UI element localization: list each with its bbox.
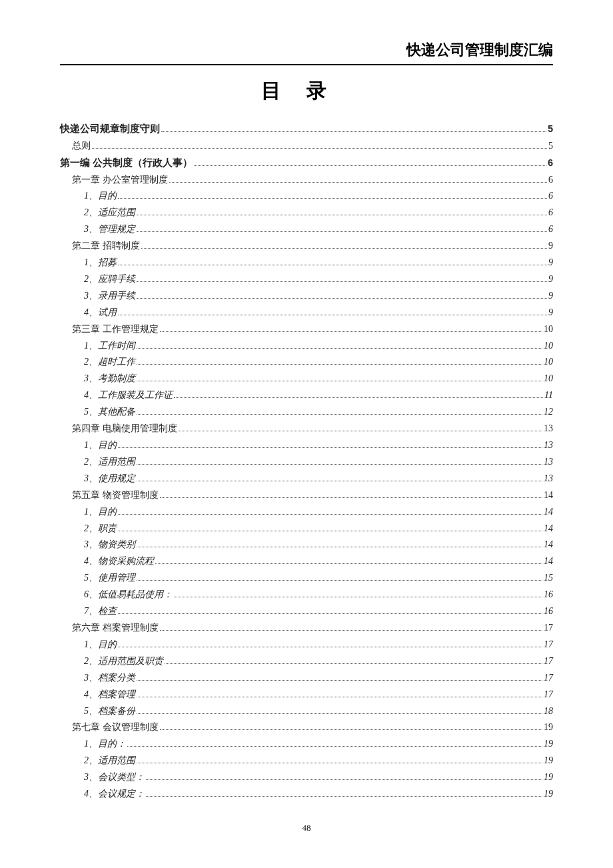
- toc-entry: 第三章 工作管理规定10: [60, 321, 553, 338]
- toc-leader-dots: [146, 796, 542, 797]
- toc-entry-title: 5、使用管理: [84, 570, 135, 587]
- toc-entry-page: 17: [544, 687, 553, 703]
- toc-entry: 2、适用范围及职责17: [60, 653, 553, 670]
- toc-leader-dots: [137, 348, 542, 349]
- toc-entry-page: 6: [548, 155, 553, 172]
- toc-entry-title: 1、目的: [84, 437, 117, 454]
- toc-entry: 2、适用范围13: [60, 454, 553, 471]
- toc-leader-dots: [179, 431, 543, 431]
- toc-leader-dots: [137, 215, 547, 215]
- toc-entry: 1、目的：19: [60, 736, 553, 753]
- toc-entry-title: 第一章 办公室管理制度: [72, 172, 168, 189]
- toc-leader-dots: [161, 131, 546, 132]
- toc-leader-dots: [137, 547, 542, 547]
- toc-entry-page: 11: [544, 387, 553, 404]
- toc-entry-title: 5、其他配备: [84, 404, 135, 421]
- toc-entry-title: 3、档案分类: [84, 670, 135, 687]
- toc-leader-dots: [137, 680, 542, 681]
- toc-entry-page: 6: [548, 172, 553, 189]
- toc-heading: 目录: [60, 77, 553, 105]
- toc-entry-title: 4、物资采购流程: [84, 553, 154, 570]
- toc-entry-title: 5、档案备份: [84, 703, 135, 720]
- toc-entry-title: 4、会议规定：: [84, 786, 145, 803]
- toc-entry-page: 5: [548, 121, 553, 138]
- toc-leader-dots: [137, 580, 542, 581]
- toc-entry-page: 13: [544, 421, 553, 437]
- toc-entry: 3、使用规定13: [60, 471, 553, 487]
- running-header: 快递公司管理制度汇编: [60, 40, 553, 65]
- toc-entry-title: 6、低值易耗品使用：: [84, 587, 173, 603]
- toc-leader-dots: [174, 597, 542, 597]
- toc-entry: 1、目的13: [60, 437, 553, 454]
- toc-leader-dots: [137, 298, 547, 299]
- toc-entry: 第六章 档案管理制度17: [60, 620, 553, 637]
- toc-entry: 第五章 物资管理制度14: [60, 487, 553, 504]
- toc-entry: 2、超时工作10: [60, 354, 553, 371]
- toc-entry: 5、其他配备12: [60, 404, 553, 421]
- toc-leader-dots: [160, 497, 543, 498]
- toc-entry: 第四章 电脑使用管理制度13: [60, 421, 553, 437]
- toc-leader-dots: [160, 729, 543, 730]
- toc-leader-dots: [137, 381, 542, 381]
- toc-leader-dots: [141, 248, 548, 249]
- toc-leader-dots: [155, 563, 542, 564]
- toc-entry: 第一编 公共制度（行政人事）6: [60, 155, 553, 172]
- toc-entry: 1、目的6: [60, 188, 553, 205]
- toc-entry-page: 16: [544, 603, 553, 620]
- toc-leader-dots: [137, 481, 542, 481]
- toc-entry-page: 9: [548, 238, 553, 255]
- toc-leader-dots: [137, 231, 547, 232]
- toc-entry: 1、招募9: [60, 255, 553, 271]
- toc-leader-dots: [118, 514, 542, 515]
- toc-entry: 2、职责14: [60, 521, 553, 537]
- toc-entry: 快递公司规章制度守则5: [60, 121, 553, 138]
- toc-entry-title: 1、目的: [84, 637, 117, 653]
- toc-entry-page: 19: [544, 736, 553, 753]
- toc-entry-page: 17: [544, 637, 553, 653]
- toc-entry: 5、使用管理15: [60, 570, 553, 587]
- page-number: 48: [60, 823, 553, 833]
- toc-leader-dots: [137, 713, 542, 714]
- toc-entry-page: 10: [544, 354, 553, 371]
- toc-entry: 4、档案管理17: [60, 687, 553, 703]
- toc-entry: 4、会议规定：19: [60, 786, 553, 803]
- toc-entry-title: 2、适用范围: [84, 753, 135, 769]
- toc-entry-page: 10: [544, 371, 553, 387]
- toc-leader-dots: [165, 663, 542, 664]
- toc-entry-title: 2、超时工作: [84, 354, 135, 371]
- toc-entry-title: 3、物资类别: [84, 537, 135, 553]
- toc-entry-title: 4、工作服装及工作证: [84, 387, 173, 404]
- toc-leader-dots: [118, 198, 547, 199]
- toc-leader-dots: [160, 331, 543, 332]
- toc-entry: 3、管理规定6: [60, 221, 553, 238]
- toc-entry-title: 1、目的: [84, 188, 117, 205]
- toc-entry: 总则5: [60, 138, 553, 155]
- toc-entry: 4、物资采购流程14: [60, 553, 553, 570]
- toc-entry-page: 9: [548, 271, 553, 288]
- toc-entry-page: 10: [544, 321, 553, 338]
- toc-leader-dots: [137, 414, 542, 415]
- toc-entry-page: 9: [548, 288, 553, 305]
- toc-leader-dots: [118, 265, 547, 265]
- toc-leader-dots: [174, 397, 543, 398]
- toc-entry: 1、目的14: [60, 504, 553, 521]
- toc-entry-page: 12: [544, 404, 553, 421]
- toc-entry-page: 14: [544, 487, 553, 504]
- document-page: 快递公司管理制度汇编 目录 快递公司规章制度守则5总则5第一编 公共制度（行政人…: [0, 0, 613, 860]
- toc-entry: 3、档案分类17: [60, 670, 553, 687]
- toc-entry-title: 快递公司规章制度守则: [60, 121, 160, 138]
- toc-leader-dots: [137, 697, 542, 697]
- toc-leader-dots: [137, 281, 547, 282]
- toc-entry-title: 第四章 电脑使用管理制度: [72, 421, 177, 437]
- toc-entry-page: 17: [544, 620, 553, 637]
- toc-entry-title: 1、目的：: [84, 736, 126, 753]
- toc-entry: 2、适应范围6: [60, 205, 553, 221]
- toc-entry: 3、物资类别14: [60, 537, 553, 553]
- toc-leader-dots: [194, 165, 546, 166]
- toc-entry-page: 10: [544, 338, 553, 355]
- toc-entry-title: 3、录用手续: [84, 288, 135, 305]
- toc-leader-dots: [160, 630, 543, 631]
- toc-entry-page: 14: [544, 553, 553, 570]
- toc-leader-dots: [118, 447, 542, 448]
- toc-entry-page: 14: [544, 537, 553, 553]
